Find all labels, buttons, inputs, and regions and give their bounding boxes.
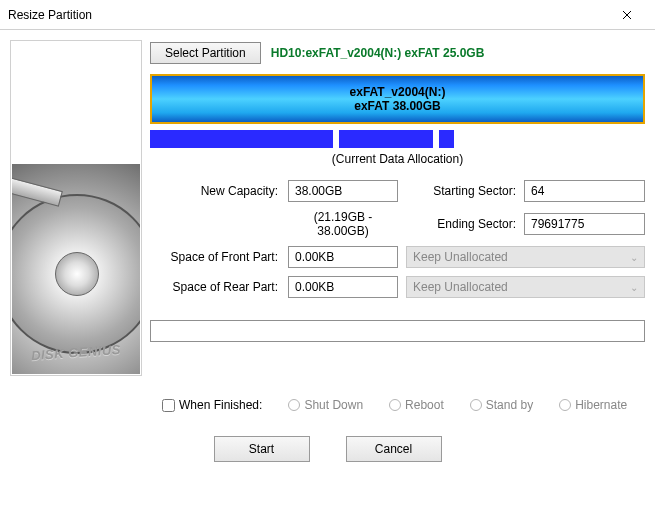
finish-option-hibernate: Hibernate <box>559 398 627 412</box>
chevron-down-icon: ⌄ <box>630 252 638 263</box>
partition-size: exFAT 38.00GB <box>354 99 440 113</box>
title-bar: Resize Partition <box>0 0 655 30</box>
capacity-range-hint: (21.19GB - 38.00GB) <box>288 210 398 238</box>
finish-option-shutdown: Shut Down <box>288 398 363 412</box>
space-front-label: Space of Front Part: <box>150 250 280 264</box>
close-icon <box>622 10 632 20</box>
starting-sector-label: Starting Sector: <box>406 184 516 198</box>
close-button[interactable] <box>607 1 647 29</box>
when-finished-checkbox[interactable] <box>162 399 175 412</box>
when-finished-checkbox-label[interactable]: When Finished: <box>162 398 262 412</box>
data-allocation-bar <box>150 130 645 148</box>
new-capacity-label: New Capacity: <box>150 184 280 198</box>
radio-icon <box>559 399 571 411</box>
finish-option-standby: Stand by <box>470 398 533 412</box>
ending-sector-input[interactable] <box>524 213 645 235</box>
rear-action-dropdown[interactable]: Keep Unallocated ⌄ <box>406 276 645 298</box>
allocation-caption: (Current Data Allocation) <box>150 152 645 166</box>
ending-sector-label: Ending Sector: <box>406 217 516 231</box>
space-rear-label: Space of Rear Part: <box>150 280 280 294</box>
brand-label: DISK GENIUS <box>12 341 140 365</box>
front-action-dropdown[interactable]: Keep Unallocated ⌄ <box>406 246 645 268</box>
start-button[interactable]: Start <box>214 436 310 462</box>
select-partition-button[interactable]: Select Partition <box>150 42 261 64</box>
front-action-value: Keep Unallocated <box>413 250 508 264</box>
partition-name: exFAT_v2004(N:) <box>350 85 446 99</box>
partition-resize-bar[interactable]: exFAT_v2004(N:) exFAT 38.00GB <box>150 74 645 124</box>
radio-icon <box>470 399 482 411</box>
space-front-input[interactable] <box>288 246 398 268</box>
new-capacity-input[interactable] <box>288 180 398 202</box>
starting-sector-input[interactable] <box>524 180 645 202</box>
partition-path: HD10:exFAT_v2004(N:) exFAT 25.0GB <box>271 46 485 60</box>
space-rear-input[interactable] <box>288 276 398 298</box>
cancel-button[interactable]: Cancel <box>346 436 442 462</box>
rear-action-value: Keep Unallocated <box>413 280 508 294</box>
chevron-down-icon: ⌄ <box>630 282 638 293</box>
radio-icon <box>389 399 401 411</box>
status-box <box>150 320 645 342</box>
radio-icon <box>288 399 300 411</box>
hard-disk-image: DISK GENIUS <box>12 164 140 374</box>
when-finished-row: When Finished: Shut Down Reboot Stand by… <box>162 398 643 412</box>
window-title: Resize Partition <box>8 8 92 22</box>
when-finished-text: When Finished: <box>179 398 262 412</box>
finish-option-reboot: Reboot <box>389 398 444 412</box>
side-illustration: DISK GENIUS <box>10 40 142 376</box>
